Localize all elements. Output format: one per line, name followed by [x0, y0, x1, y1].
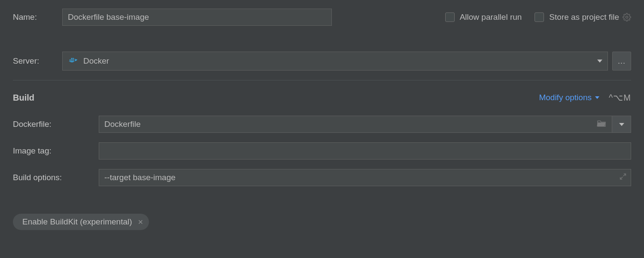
section-divider	[13, 80, 631, 80]
tag-label: Enable BuildKit (experimental)	[22, 217, 132, 227]
image-tag-label: Image tag:	[13, 146, 99, 156]
folder-icon[interactable]	[597, 120, 606, 129]
dockerfile-label: Dockerfile:	[13, 120, 99, 129]
modify-options-label: Modify options	[539, 93, 592, 102]
server-browse-button[interactable]: ...	[612, 52, 631, 71]
allow-parallel-run-checkbox[interactable]: Allow parallel run	[445, 12, 522, 22]
server-select[interactable]: Docker	[62, 52, 608, 71]
build-options-label: Build options:	[13, 173, 99, 182]
store-as-project-file-checkbox[interactable]: Store as project file	[535, 12, 619, 22]
dockerfile-input[interactable]	[99, 116, 612, 133]
svg-point-0	[626, 16, 628, 18]
docker-icon	[69, 57, 78, 65]
checkbox-box-icon	[535, 12, 544, 22]
build-section-title: Build	[13, 93, 34, 103]
build-options-input[interactable]	[99, 169, 631, 186]
name-label: Name:	[13, 12, 62, 22]
server-row: Server: Docker ...	[13, 52, 631, 71]
checkbox-box-icon	[445, 12, 455, 22]
gear-icon[interactable]	[623, 13, 631, 22]
chevron-down-icon	[595, 96, 599, 99]
chevron-down-icon	[597, 60, 602, 63]
svg-rect-3	[73, 59, 74, 61]
expand-icon[interactable]	[619, 173, 627, 183]
name-row: Name: Allow parallel run Store as projec…	[13, 9, 631, 26]
image-tag-input[interactable]	[99, 142, 631, 160]
server-value: Docker	[83, 56, 109, 66]
dockerfile-dropdown-button[interactable]	[612, 116, 631, 133]
enable-buildkit-tag[interactable]: Enable BuildKit (experimental) ×	[13, 214, 149, 230]
svg-rect-1	[70, 59, 71, 61]
dockerfile-row: Dockerfile:	[13, 116, 631, 133]
image-tag-row: Image tag:	[13, 142, 631, 160]
close-icon[interactable]: ×	[138, 218, 143, 226]
svg-rect-4	[71, 58, 73, 59]
chevron-down-icon	[619, 123, 624, 126]
build-options-row: Build options:	[13, 169, 631, 186]
modify-options-shortcut: ^⌥M	[609, 92, 631, 103]
name-input[interactable]	[62, 9, 332, 26]
server-label: Server:	[13, 56, 62, 66]
ellipsis-icon: ...	[618, 57, 626, 66]
svg-rect-2	[71, 59, 73, 61]
store-project-label: Store as project file	[549, 12, 619, 22]
build-section-header: Build Modify options ^⌥M	[13, 92, 631, 103]
modify-options-link[interactable]: Modify options	[539, 93, 599, 102]
allow-parallel-label: Allow parallel run	[460, 12, 522, 22]
svg-rect-5	[73, 58, 74, 59]
